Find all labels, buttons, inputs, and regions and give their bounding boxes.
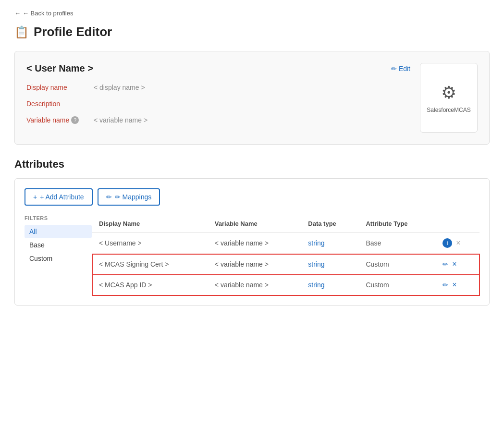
delete-button[interactable]: ×	[452, 281, 456, 289]
profile-name-row: < User Name > ✏ Edit	[26, 63, 410, 74]
row-actions: ✏ ×	[443, 281, 473, 289]
cell-actions: i ×	[436, 233, 479, 254]
col-attribute-type: Attribute Type	[359, 215, 436, 233]
table-row: < MCAS Signing Cert > < variable name > …	[92, 254, 479, 275]
table-header-row: Display Name Variable Name Data type Att…	[92, 215, 479, 233]
page-title-row: 📋 Profile Editor	[14, 24, 490, 39]
cell-display-name: < Username >	[92, 233, 208, 254]
filters-panel: FILTERS All Base Custom	[25, 215, 92, 295]
profile-name: < User Name >	[26, 63, 93, 74]
description-label: Description	[26, 100, 84, 108]
row-actions: i ×	[443, 238, 473, 248]
col-data-type: Data type	[301, 215, 359, 233]
cell-variable-name: < variable name >	[208, 233, 301, 254]
cell-display-name: < MCAS App ID >	[92, 275, 208, 295]
edit-label: Edit	[399, 65, 410, 73]
table-row: < Username > < variable name > string Ba…	[92, 233, 479, 254]
filter-all[interactable]: All	[25, 225, 92, 238]
edit-row-button[interactable]: ✏	[443, 260, 448, 268]
display-name-field: Display name < display name >	[26, 84, 410, 91]
display-name-label: Display name	[26, 84, 84, 91]
back-label: ← Back to profiles	[23, 10, 74, 17]
back-arrow-icon: ←	[14, 10, 21, 17]
col-display-name: Display Name	[92, 215, 208, 233]
data-type-link[interactable]: string	[308, 239, 324, 247]
add-attribute-label: + Add Attribute	[40, 193, 84, 201]
cell-data-type: string	[301, 233, 359, 254]
cell-attribute-type: Custom	[359, 254, 436, 275]
filter-custom[interactable]: Custom	[25, 252, 92, 265]
attributes-toolbar: + + Add Attribute ✏ ✏ Mappings	[25, 188, 479, 206]
attributes-table-container: Display Name Variable Name Data type Att…	[92, 215, 479, 295]
variable-name-label: Variable name ?	[26, 116, 84, 124]
display-name-value: < display name >	[94, 84, 145, 91]
cell-data-type: string	[301, 275, 359, 295]
variable-name-value: < variable name >	[94, 116, 148, 124]
attributes-layout: FILTERS All Base Custom Display Name Var…	[25, 215, 479, 295]
attributes-container: + + Add Attribute ✏ ✏ Mappings FILTERS A…	[14, 178, 490, 306]
profile-card: < User Name > ✏ Edit Display name < disp…	[14, 51, 490, 145]
cell-attribute-type: Base	[359, 233, 436, 254]
cell-actions: ✏ ×	[436, 275, 479, 295]
description-field: Description	[26, 100, 410, 108]
cell-actions: ✏ ×	[436, 254, 479, 275]
profile-info: < User Name > ✏ Edit Display name < disp…	[26, 63, 410, 133]
cell-data-type: string	[301, 254, 359, 275]
delete-button[interactable]: ×	[452, 260, 456, 269]
col-actions	[436, 215, 479, 233]
attributes-table: Display Name Variable Name Data type Att…	[92, 215, 479, 295]
page-title-icon: 📋	[14, 25, 29, 39]
mappings-label: ✏ Mappings	[115, 193, 152, 201]
delete-button[interactable]: ×	[456, 239, 460, 247]
attributes-section-title: Attributes	[14, 158, 490, 171]
filter-base[interactable]: Base	[25, 238, 92, 252]
row-actions: ✏ ×	[443, 260, 473, 269]
cell-display-name: < MCAS Signing Cert >	[92, 254, 208, 275]
data-type-link[interactable]: string	[308, 260, 324, 268]
cell-attribute-type: Custom	[359, 275, 436, 295]
mappings-button[interactable]: ✏ ✏ Mappings	[98, 188, 160, 206]
page-title: Profile Editor	[34, 24, 112, 39]
add-attribute-button[interactable]: + + Add Attribute	[25, 188, 93, 206]
table-row: < MCAS App ID > < variable name > string…	[92, 275, 479, 295]
app-name: SalesforceMCAS	[427, 107, 470, 113]
pencil-icon: ✏	[391, 65, 397, 73]
edit-button[interactable]: ✏ Edit	[391, 65, 410, 73]
info-button[interactable]: i	[443, 238, 452, 248]
col-variable-name: Variable Name	[208, 215, 301, 233]
back-to-profiles-link[interactable]: ← ← Back to profiles	[14, 10, 490, 17]
data-type-link[interactable]: string	[308, 281, 324, 289]
cell-variable-name: < variable name >	[208, 254, 301, 275]
variable-name-help-icon[interactable]: ?	[71, 116, 79, 124]
plus-icon: +	[33, 193, 37, 201]
app-card: ⚙ SalesforceMCAS	[420, 63, 478, 133]
variable-name-field: Variable name ? < variable name >	[26, 116, 410, 124]
gear-icon: ⚙	[441, 83, 456, 103]
filters-label: FILTERS	[25, 215, 92, 221]
pencil-mappings-icon: ✏	[106, 193, 112, 201]
cell-variable-name: < variable name >	[208, 275, 301, 295]
edit-row-button[interactable]: ✏	[443, 281, 448, 289]
